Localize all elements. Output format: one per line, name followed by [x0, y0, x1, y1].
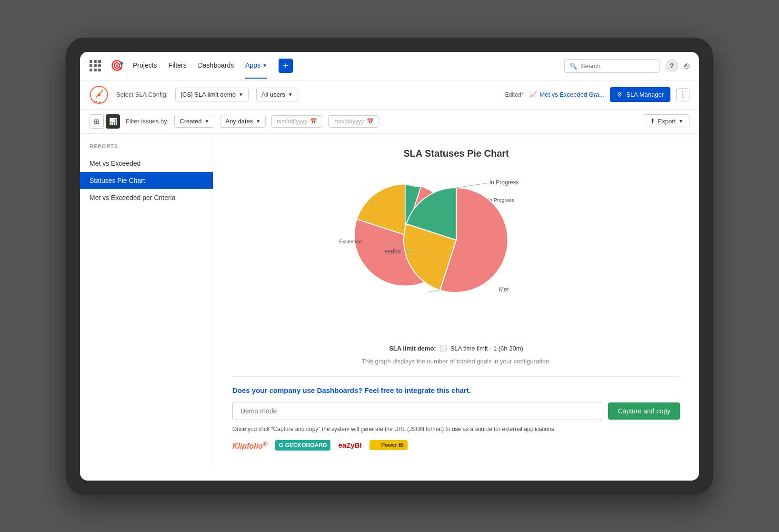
chart-note: This graph displays the number of totale…: [232, 358, 680, 365]
nav-dashboards[interactable]: Dashboards: [198, 53, 234, 79]
integrate-note: Once you click "Capture and copy" the sy…: [232, 426, 680, 432]
filter-bar-right: ⬆ Export ▼: [644, 114, 689, 128]
partner-logos: Klipfolio® G GECKOBOARD eaZyBI ⚡ Power B…: [232, 440, 680, 451]
sla-logo-icon: SLA: [90, 85, 109, 104]
filter-label: Filter issues by:: [126, 118, 169, 125]
sla-legend-checkbox: [440, 345, 447, 351]
users-chevron-icon: ▼: [288, 92, 293, 97]
grid-view-button[interactable]: ⊞: [90, 114, 104, 129]
help-button[interactable]: ?: [665, 59, 679, 72]
nav-right-actions: 🔍 ? ⎋: [564, 59, 689, 73]
pie-chart-actual: In Progress Exceeded Met: [385, 173, 528, 307]
gear-icon: ⚙: [617, 91, 622, 98]
met-exceeded-link[interactable]: 📈 Met vs Exceeded Gra...: [529, 91, 604, 98]
powerbi-logo: ⚡ Power BI: [370, 440, 408, 450]
svg-line-2: [99, 90, 103, 95]
created-chevron-icon: ▼: [205, 119, 210, 124]
sla-config-bar: SLA Select SLA Config: [CS] SLA limit de…: [80, 80, 699, 110]
integrate-row: Capture and copy: [232, 402, 680, 420]
nav-projects[interactable]: Projects: [133, 53, 157, 79]
sla-legend-value: SLA time limit - 1 (6h 20m): [450, 345, 523, 352]
sidebar-item-met-vs-exceeded-criteria[interactable]: Met vs Exceeded per Criteria: [80, 189, 213, 206]
geckoboard-logo: G GECKOBOARD: [275, 440, 331, 451]
klipfolio-logo: Klipfolio®: [232, 440, 268, 451]
nav-links: Projects Filters Dashboards Apps ▼ +: [133, 53, 555, 79]
nav-filters[interactable]: Filters: [169, 53, 187, 79]
edited-badge: Edited*: [505, 91, 524, 98]
sidebar-title: REPORTS: [80, 143, 213, 155]
view-toggle: ⊞ 📊: [90, 114, 120, 129]
dates-chevron-icon: ▼: [256, 119, 260, 124]
main-content: REPORTS Met vs Exceeded Statuses Pie Cha…: [80, 134, 699, 467]
svg-line-8: [427, 290, 440, 292]
sla-legend: SLA limit demo: SLA time limit - 1 (6h 2…: [232, 345, 680, 352]
sla-config-dropdown[interactable]: [CS] SLA limit demo ▼: [175, 88, 249, 101]
sla-config-label: Select SLA Config:: [116, 91, 168, 98]
more-options-button[interactable]: ⋮: [676, 88, 689, 101]
sla-bar-right: Edited* 📈 Met vs Exceeded Gra... ⚙ SLA M…: [505, 87, 689, 102]
demo-mode-input[interactable]: [232, 402, 602, 420]
top-navigation: 🎯 Projects Filters Dashboards Apps ▼ + 🔍…: [80, 52, 699, 80]
svg-text:In Progress: In Progress: [489, 179, 519, 186]
export-button[interactable]: ⬆ Export ▼: [644, 114, 689, 128]
user-button[interactable]: ⎋: [684, 61, 689, 71]
sla-manager-button[interactable]: ⚙ SLA Manager: [610, 87, 670, 102]
date-to-input[interactable]: mm/dd/yyyy 📅: [328, 115, 379, 128]
exceeded-label: Exceeded: [339, 239, 362, 244]
chart-area: SLA Statuses Pie Chart: [213, 134, 699, 467]
integrate-title: Does your company use Dashboards? Feel f…: [232, 386, 680, 394]
svg-line-10: [456, 183, 489, 188]
integrate-section: Does your company use Dashboards? Feel f…: [232, 386, 680, 451]
search-input[interactable]: [581, 62, 654, 70]
export-chevron-icon: ▼: [679, 119, 683, 124]
chart-view-button[interactable]: 📊: [106, 114, 120, 129]
export-icon: ⬆: [650, 118, 655, 125]
created-dropdown[interactable]: Created ▼: [174, 115, 214, 128]
dates-dropdown[interactable]: Any dates ▼: [220, 115, 266, 128]
app-logo-icon: 🎯: [110, 60, 123, 72]
apps-chevron-icon: ▼: [262, 63, 267, 68]
add-nav-button[interactable]: +: [279, 59, 293, 73]
pie-chart-container: In Progress Exceeded Met: [232, 173, 680, 331]
reports-sidebar: REPORTS Met vs Exceeded Statuses Pie Cha…: [80, 134, 213, 467]
sidebar-item-statuses-pie-chart[interactable]: Statuses Pie Chart: [80, 172, 213, 189]
svg-text:Met: Met: [499, 286, 509, 293]
svg-text:Exceeded: Exceeded: [385, 248, 400, 255]
sla-legend-key: SLA limit demo:: [389, 345, 436, 352]
users-dropdown[interactable]: All users ▼: [256, 88, 298, 101]
capture-and-copy-button[interactable]: Capture and copy: [608, 402, 680, 420]
eazybi-logo: eaZyBI: [338, 441, 361, 449]
date-from-input[interactable]: mm/dd/yyyy 📅: [271, 115, 322, 128]
chart-icon: 📈: [529, 91, 537, 98]
search-icon: 🔍: [569, 62, 577, 70]
sidebar-item-met-vs-exceeded[interactable]: Met vs Exceeded: [80, 155, 213, 172]
section-divider: [232, 376, 680, 377]
calendar-to-icon: 📅: [367, 118, 374, 125]
chart-title: SLA Statuses Pie Chart: [232, 148, 680, 159]
calendar-from-icon: 📅: [310, 118, 317, 125]
svg-text:SLA: SLA: [93, 100, 101, 104]
grid-menu-icon[interactable]: [90, 60, 101, 71]
search-box[interactable]: 🔍: [564, 59, 659, 73]
filter-bar: ⊞ 📊 Filter issues by: Created ▼ Any date…: [80, 110, 699, 134]
sla-logo: SLA: [90, 85, 109, 104]
sla-config-chevron-icon: ▼: [239, 92, 243, 97]
nav-apps[interactable]: Apps ▼: [245, 53, 267, 79]
